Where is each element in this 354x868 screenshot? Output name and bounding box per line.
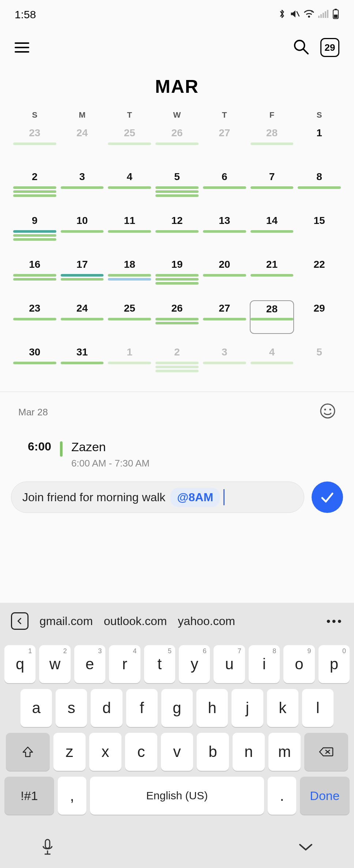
key-y[interactable]: y6 [179,645,210,683]
calendar-day[interactable]: 22 [295,256,343,300]
compose-input[interactable]: Join friend for morning walk @8AM [11,481,304,513]
key-l[interactable]: l [302,689,334,727]
calendar-day[interactable]: 2 [11,169,59,213]
agenda-event[interactable]: 6:00 Zazen 6:00 AM - 7:30 AM [18,440,336,469]
key-comma[interactable]: , [58,777,86,815]
calendar-day[interactable]: 24 [59,300,106,344]
suggestion-item[interactable]: yahoo.com [178,614,235,628]
key-j[interactable]: j [231,689,263,727]
key-c[interactable]: c [125,733,157,771]
key-z[interactable]: z [53,733,86,771]
key-d[interactable]: d [91,689,122,727]
calendar-day[interactable]: 3 [201,344,248,388]
key-g[interactable]: g [161,689,193,727]
calendar-day[interactable]: 13 [201,213,248,256]
key-a[interactable]: a [20,689,52,727]
calendar-day[interactable]: 18 [106,256,153,300]
key-w[interactable]: w2 [39,645,70,683]
event-indicator [61,362,104,364]
key-r[interactable]: r4 [109,645,140,683]
calendar-day[interactable]: 3 [59,169,106,213]
key-done[interactable]: Done [300,777,350,815]
suggestion-item[interactable]: gmail.com [39,614,93,628]
key-p[interactable]: p0 [319,645,350,683]
calendar-day[interactable]: 30 [11,344,59,388]
key-t[interactable]: t5 [144,645,175,683]
calendar-day[interactable]: 1 [295,125,343,169]
key-space[interactable]: English (US) [90,777,264,815]
calendar-day[interactable]: 29 [295,300,343,344]
search-button[interactable] [293,38,309,57]
key-period[interactable]: . [268,777,296,815]
key-n[interactable]: n [233,733,265,771]
calendar-day[interactable]: 21 [248,256,296,300]
key-backspace[interactable] [304,733,348,771]
calendar-day[interactable]: 20 [201,256,248,300]
calendar-day[interactable]: 25 [106,125,153,169]
key-s[interactable]: s [56,689,87,727]
key-symbols[interactable]: !#1 [4,777,54,815]
today-button[interactable]: 29 [320,38,339,57]
calendar-day[interactable]: 4 [248,344,296,388]
event-title: Zazen [71,440,150,454]
day-number: 30 [11,346,59,358]
calendar-day[interactable]: 26 [153,125,201,169]
calendar-day[interactable]: 26 [153,300,201,344]
calendar-day[interactable]: 31 [59,344,106,388]
calendar-day[interactable]: 5 [153,169,201,213]
calendar-day[interactable]: 5 [295,344,343,388]
calendar-day[interactable]: 19 [153,256,201,300]
calendar-day[interactable]: 6 [201,169,248,213]
add-sticker-button[interactable] [320,403,336,422]
key-v[interactable]: v [161,733,193,771]
calendar-day[interactable]: 4 [106,169,153,213]
calendar-day[interactable]: 27 [201,125,248,169]
calendar-day[interactable]: 12 [153,213,201,256]
key-u[interactable]: u7 [214,645,245,683]
key-m[interactable]: m [268,733,301,771]
key-x[interactable]: x [89,733,121,771]
calendar-day[interactable]: 23 [11,125,59,169]
voice-input-button[interactable] [40,838,55,858]
calendar-day[interactable]: 16 [11,256,59,300]
calendar-day[interactable]: 23 [11,300,59,344]
compose-time-chip[interactable]: @8AM [170,488,220,507]
calendar-day[interactable]: 28 [248,300,296,344]
keyboard-more-button[interactable]: ••• [326,614,343,628]
calendar-day[interactable]: 24 [59,125,106,169]
calendar-day[interactable]: 1 [106,344,153,388]
calendar-day[interactable]: 14 [248,213,296,256]
calendar-day[interactable]: 25 [106,300,153,344]
calendar-day[interactable]: 10 [59,213,106,256]
event-indicator [13,142,56,145]
calendar-day[interactable]: 28 [248,125,296,169]
suggestion-item[interactable]: outlook.com [104,614,167,628]
key-o[interactable]: o9 [283,645,315,683]
calendar-day[interactable]: 15 [295,213,343,256]
key-h[interactable]: h [196,689,228,727]
keyboard-hide-button[interactable] [298,842,314,854]
calendar-day[interactable]: 17 [59,256,106,300]
calendar-day[interactable]: 27 [201,300,248,344]
key-shift[interactable] [6,733,50,771]
key-b[interactable]: b [197,733,229,771]
wifi-icon: 6 [304,9,315,20]
event-indicator [203,186,246,189]
calendar-day[interactable]: 2 [153,344,201,388]
submit-button[interactable] [312,481,343,513]
event-indicator [13,278,56,281]
svg-line-12 [304,49,308,54]
key-k[interactable]: k [267,689,298,727]
key-f[interactable]: f [126,689,158,727]
key-e[interactable]: e3 [74,645,105,683]
event-time-range: 6:00 AM - 7:30 AM [71,458,150,469]
keyboard-collapse-button[interactable] [11,612,29,630]
calendar-day[interactable]: 9 [11,213,59,256]
menu-button[interactable] [15,42,29,53]
calendar-day[interactable]: 7 [248,169,296,213]
calendar-day[interactable]: 8 [295,169,343,213]
key-i[interactable]: i8 [249,645,280,683]
day-number: 24 [59,302,106,314]
calendar-day[interactable]: 11 [106,213,153,256]
key-q[interactable]: q1 [4,645,35,683]
